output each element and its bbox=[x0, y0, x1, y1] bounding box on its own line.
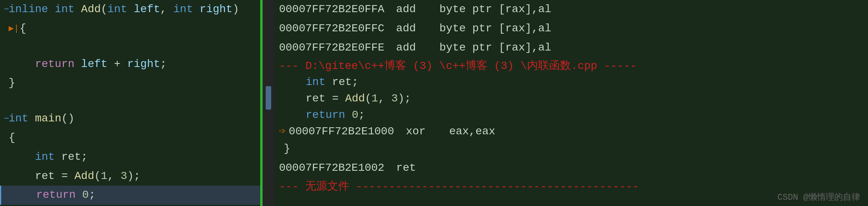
indent4 bbox=[10, 186, 36, 204]
breakpoint-icon[interactable]: ▶| bbox=[9, 22, 17, 36]
kw-int-param2: int bbox=[173, 1, 199, 18]
asm-operand-3: byte ptr [rax],al bbox=[439, 39, 551, 57]
left-code-panel: − inline int Add(int left, int right) ▶|… bbox=[0, 0, 263, 206]
indent2 bbox=[9, 148, 35, 166]
gutter-empty1 bbox=[4, 22, 9, 36]
expr-right: right bbox=[127, 56, 160, 73]
gutter-empty7 bbox=[4, 150, 9, 164]
collapse-icon-main[interactable]: − bbox=[4, 112, 9, 126]
asm-line-2: 00007FF72B2E0FFCaddbyte ptr [rax],al bbox=[274, 19, 868, 38]
kw-int-add: int bbox=[55, 1, 81, 18]
src-semi: ; bbox=[358, 109, 365, 121]
asm-operand-1: byte ptr [rax],al bbox=[439, 1, 551, 18]
code-line-ret-assign: ret = Add(1, 3); bbox=[0, 167, 263, 186]
kw-int-param1: int bbox=[107, 1, 134, 18]
code-line-main-fn: − int main() bbox=[0, 109, 263, 128]
separator-text-2: --- 无源文件 -------------------------------… bbox=[279, 179, 639, 193]
asm-addr-1: 00007FF72B2E0FFA bbox=[279, 1, 384, 18]
asm-brace-text: } bbox=[284, 140, 290, 158]
src-kw-int: int bbox=[306, 76, 332, 88]
brace-open2: { bbox=[9, 129, 15, 147]
source-line-return0: return 0; bbox=[274, 107, 868, 123]
asm-line-ret: 00007FF72B2E1002ret bbox=[274, 159, 868, 178]
src-ret-assign: ret = bbox=[306, 92, 345, 105]
src-num-3: 3 bbox=[391, 92, 398, 105]
expr-left: left bbox=[81, 56, 107, 73]
punct-paren-open: ( bbox=[101, 1, 107, 18]
src-add-close: ); bbox=[398, 92, 411, 105]
semicolon1: ; bbox=[160, 56, 167, 73]
separator-text-1: --- D:\gitee\c++博客 (3) \c++博客 (3) \内联函数.… bbox=[279, 58, 637, 73]
punct-main-parens: () bbox=[61, 110, 74, 128]
code-line-inline-fn: − inline int Add(int left, int right) bbox=[0, 0, 263, 19]
asm-addr-ret: 00007FF72B2E1002 bbox=[279, 159, 384, 177]
asm-line-1: 00007FF72B2E0FFAaddbyte ptr [rax],al bbox=[274, 0, 868, 19]
separator-line-1: --- D:\gitee\c++博客 (3) \c++博客 (3) \内联函数.… bbox=[274, 57, 868, 74]
asm-op-1: add bbox=[396, 1, 416, 18]
gutter-empty6 bbox=[4, 131, 9, 145]
code-line-return0: return 0; bbox=[0, 186, 263, 205]
asm-operand-2: byte ptr [rax],al bbox=[439, 20, 551, 38]
source-line-int-ret: int ret; bbox=[274, 74, 868, 90]
src-comma: , bbox=[378, 92, 391, 105]
src-num-0: 0 bbox=[352, 109, 359, 121]
asm-operand-active: eax,eax bbox=[449, 125, 495, 137]
kw-return1: return bbox=[35, 56, 81, 73]
code-line-int-ret: int ret; bbox=[0, 148, 263, 167]
src-num-1: 1 bbox=[371, 92, 378, 105]
asm-op-ret: ret bbox=[396, 159, 416, 177]
src-kw-return: return bbox=[306, 109, 352, 121]
active-asm-line: ➩00007FF72B2E1000xoreax,eax bbox=[274, 123, 868, 139]
asm-brace-close: } bbox=[274, 139, 868, 159]
gutter-empty3 bbox=[4, 57, 9, 71]
asm-op-3: add bbox=[396, 39, 416, 57]
num-3: 3 bbox=[121, 168, 127, 185]
splitter bbox=[263, 0, 274, 206]
add-call-close: ); bbox=[127, 168, 141, 185]
src-ret-name: ret; bbox=[332, 76, 358, 88]
code-line-brace-open2: { bbox=[0, 128, 263, 148]
code-line-brace-close1: } bbox=[0, 74, 263, 93]
current-instruction-arrow: ➩ bbox=[279, 125, 286, 138]
code-line-empty1 bbox=[0, 38, 263, 55]
code-line-return-lr: return left + right; bbox=[0, 55, 263, 74]
scroll-indicator[interactable] bbox=[266, 86, 271, 110]
gutter-empty8 bbox=[4, 169, 9, 183]
asm-addr-3: 00007FF72B2E0FFE bbox=[279, 39, 384, 57]
comma2: , bbox=[107, 168, 121, 185]
brace-close1: } bbox=[9, 74, 15, 92]
semicolon2: ; bbox=[89, 186, 96, 204]
gutter-empty4 bbox=[4, 76, 9, 90]
asm-line-3: 00007FF72B2E0FFEaddbyte ptr [rax],al bbox=[274, 38, 868, 58]
code-line-empty2 bbox=[0, 93, 263, 109]
kw-return2: return bbox=[36, 186, 82, 204]
ret-decl: ret; bbox=[61, 148, 87, 166]
fn-add-call: Add bbox=[74, 168, 94, 185]
gutter-empty5 bbox=[4, 94, 9, 108]
src-add-args: ( bbox=[365, 92, 371, 105]
indent1 bbox=[9, 56, 35, 73]
watermark: CSDN @懒惰理的自律 bbox=[777, 191, 860, 203]
src-fn-add: Add bbox=[345, 92, 365, 105]
right-asm-panel: 00007FF72B2E0FFAaddbyte ptr [rax],al 000… bbox=[274, 0, 868, 206]
num-0: 0 bbox=[82, 186, 89, 204]
add-call-punct: ( bbox=[94, 168, 101, 185]
asm-addr-active: 00007FF72B2E1000 bbox=[289, 125, 394, 137]
num-1: 1 bbox=[101, 168, 107, 185]
asm-op-2: add bbox=[396, 20, 416, 38]
param-right: right bbox=[199, 1, 232, 18]
param-left: left bbox=[134, 1, 160, 18]
kw-int-ret: int bbox=[35, 148, 61, 166]
asm-addr-2: 00007FF72B2E0FFC bbox=[279, 20, 384, 38]
punct-comma: , bbox=[160, 1, 174, 18]
kw-inline: inline bbox=[9, 1, 55, 18]
gutter-empty2 bbox=[4, 40, 9, 53]
plus: + bbox=[107, 56, 127, 73]
kw-int-main: int bbox=[9, 110, 35, 128]
gutter-active bbox=[5, 188, 10, 202]
punct-paren-close: ) bbox=[232, 1, 239, 18]
collapse-icon-add[interactable]: − bbox=[4, 3, 9, 16]
asm-op-active: xor bbox=[406, 125, 426, 137]
indent3: ret = bbox=[9, 168, 74, 185]
fn-add: Add bbox=[81, 1, 101, 18]
